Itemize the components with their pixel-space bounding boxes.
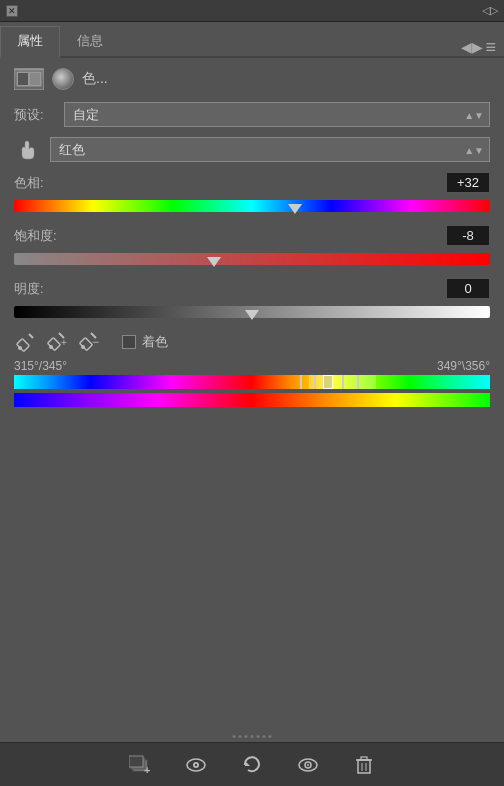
light-slider-wrap[interactable] xyxy=(14,303,490,321)
sat-value-box[interactable]: -8 xyxy=(446,225,490,246)
panel-header: 色... xyxy=(14,68,490,90)
svg-rect-11 xyxy=(80,338,93,351)
hand-icon-wrap xyxy=(14,139,42,161)
panel-menu-lines: ≡ xyxy=(485,38,496,56)
tools-row: + − 着色 xyxy=(14,331,490,353)
preset-label: 预设: xyxy=(14,106,56,124)
channel-select-wrapper: 红色 ▲▼ xyxy=(50,137,490,162)
grip-dot-2 xyxy=(239,735,242,738)
sat-section: 饱和度: -8 xyxy=(14,225,490,268)
channel-select[interactable]: 红色 xyxy=(50,137,490,162)
new-layer-button[interactable]: + xyxy=(126,751,154,779)
svg-line-3 xyxy=(29,334,33,338)
close-button[interactable]: ✕ xyxy=(6,5,18,17)
svg-rect-27 xyxy=(361,757,367,760)
svg-text:+: + xyxy=(144,764,150,776)
svg-point-24 xyxy=(307,764,309,766)
grip-dot-3 xyxy=(245,735,248,738)
title-bar: ✕ ◁▷ xyxy=(0,0,504,22)
tab-properties[interactable]: 属性 xyxy=(0,26,60,58)
preset-row: 预设: 自定 ▲▼ xyxy=(14,102,490,127)
visibility-button[interactable] xyxy=(182,751,210,779)
panel-menu-icon: ◀▶ xyxy=(461,39,483,55)
sat-label: 饱和度: xyxy=(14,227,57,245)
hue-select-bar-wrap[interactable] xyxy=(14,375,490,389)
panel-body: 色... 预设: 自定 ▲▼ 红色 ▲▼ 色相: +32 xyxy=(0,58,504,742)
circle-icon xyxy=(52,68,74,90)
eyedropper-minus-button[interactable]: − xyxy=(78,331,100,353)
footer-toolbar: + xyxy=(0,742,504,786)
svg-rect-2 xyxy=(30,73,40,85)
svg-point-12 xyxy=(81,345,85,349)
sat-track xyxy=(14,253,490,265)
grip-dot-5 xyxy=(257,735,260,738)
light-value-box[interactable]: 0 xyxy=(446,278,490,299)
view-button[interactable] xyxy=(294,751,322,779)
title-bar-left: ✕ xyxy=(6,5,18,17)
preset-select-wrapper: 自定 ▲▼ xyxy=(64,102,490,127)
range-label-right: 349°\356° xyxy=(437,359,490,373)
grip-dot-4 xyxy=(251,735,254,738)
svg-marker-21 xyxy=(245,761,250,766)
tabs-bar: 属性 信息 ◀▶ ≡ xyxy=(0,22,504,58)
svg-rect-1 xyxy=(18,73,28,85)
light-thumb[interactable] xyxy=(245,310,259,320)
light-header: 明度: 0 xyxy=(14,278,490,299)
delete-button[interactable] xyxy=(350,751,378,779)
expand-arrows[interactable]: ◁▷ xyxy=(482,4,498,17)
grip-dot-1 xyxy=(233,735,236,738)
colorize-label: 着色 xyxy=(142,333,168,351)
svg-rect-25 xyxy=(358,760,370,773)
svg-point-8 xyxy=(49,345,53,349)
color-range-bar xyxy=(14,393,490,407)
eyedropper-plus-button[interactable]: + xyxy=(46,331,68,353)
preset-select[interactable]: 自定 xyxy=(64,102,490,127)
hue-value-box[interactable]: +32 xyxy=(446,172,490,193)
range-labels: 315°/345° 349°\356° xyxy=(14,359,490,373)
hue-track xyxy=(14,200,490,212)
sat-thumb[interactable] xyxy=(207,257,221,267)
svg-rect-4 xyxy=(17,339,30,352)
hue-select-bar xyxy=(14,375,490,389)
svg-point-20 xyxy=(195,763,197,765)
range-label-left: 315°/345° xyxy=(14,359,67,373)
svg-rect-7 xyxy=(48,338,61,351)
colorize-checkbox[interactable] xyxy=(122,335,136,349)
layer-icon xyxy=(14,68,44,90)
panel-title: 色... xyxy=(82,70,108,88)
svg-text:−: − xyxy=(92,335,99,349)
tab-info[interactable]: 信息 xyxy=(60,26,120,56)
hue-slider-wrap[interactable] xyxy=(14,197,490,215)
tabs-menu-button[interactable]: ◀▶ ≡ xyxy=(461,38,504,56)
hand-icon xyxy=(17,139,39,161)
colorize-checkbox-wrap[interactable]: 着色 xyxy=(122,333,168,351)
sat-slider-wrap[interactable] xyxy=(14,250,490,268)
hue-label: 色相: xyxy=(14,174,56,192)
light-label: 明度: xyxy=(14,280,56,298)
svg-rect-16 xyxy=(129,756,143,767)
panel-grip xyxy=(233,735,272,738)
light-section: 明度: 0 xyxy=(14,278,490,321)
grip-dot-6 xyxy=(263,735,266,738)
reset-button[interactable] xyxy=(238,751,266,779)
sat-header: 饱和度: -8 xyxy=(14,225,490,246)
grip-dot-7 xyxy=(269,735,272,738)
eyedropper-1-button[interactable] xyxy=(14,331,36,353)
svg-point-5 xyxy=(18,346,22,350)
hue-thumb[interactable] xyxy=(288,204,302,214)
color-range-bar-wrap[interactable] xyxy=(14,393,490,407)
svg-text:+: + xyxy=(61,337,67,348)
hue-section: 色相: +32 xyxy=(14,172,490,215)
hue-header: 色相: +32 xyxy=(14,172,490,193)
channel-row: 红色 ▲▼ xyxy=(14,137,490,162)
